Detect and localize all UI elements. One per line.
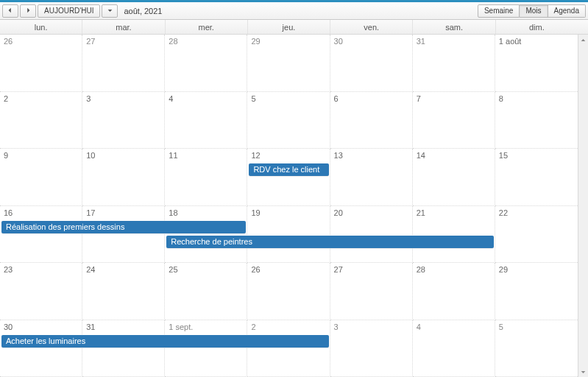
prev-button[interactable] [2,4,18,18]
scroll-down-button[interactable] [578,367,588,377]
date-picker-dropdown-button[interactable] [102,4,118,18]
triangle-down-icon [581,367,586,376]
view-month-button[interactable]: Mois [520,4,548,18]
events-layer: RDV chez le clientRéalisation des premie… [0,35,578,377]
scrollbar-track[interactable] [578,35,588,377]
chevron-right-icon [25,7,31,15]
view-switcher: Semaine Mois Agenda [478,4,586,18]
dow-label: ven. [330,20,413,34]
today-button[interactable]: AUJOURD'HUI [38,4,100,18]
calendar-event[interactable]: Recherche de peintres [166,236,494,248]
view-agenda-button[interactable]: Agenda [548,4,586,18]
next-button[interactable] [20,4,36,18]
triangle-up-icon [581,35,586,44]
chevron-down-icon [107,7,113,15]
day-of-week-header: lun. mar. mer. jeu. ven. sam. dim. [0,20,588,35]
calendar-body: 2627282930311 août2345678910111213141516… [0,35,588,377]
scroll-up-button[interactable] [578,35,588,45]
dow-label: mar. [82,20,165,34]
calendar-event[interactable]: Réalisation des premiers dessins [1,221,246,233]
chevron-left-icon [7,7,13,15]
view-week-button[interactable]: Semaine [478,4,520,18]
calendar-event[interactable]: RDV chez le client [249,163,328,176]
dow-label: mer. [166,20,248,34]
current-month-label: août, 2021 [124,7,162,15]
dow-label: sam. [413,20,495,34]
dow-label: jeu. [248,20,330,34]
dow-label: lun. [0,20,82,34]
dow-label: dim. [496,20,578,34]
calendar-toolbar: AUJOURD'HUI août, 2021 Semaine Mois Agen… [0,2,588,20]
calendar-event[interactable]: Acheter les luminaires [1,335,329,348]
